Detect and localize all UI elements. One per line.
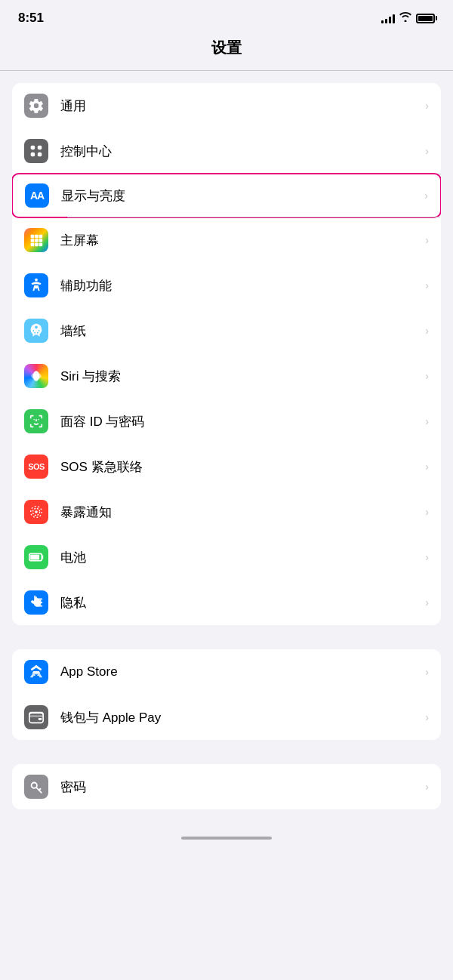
svg-rect-6 <box>39 235 43 239</box>
chevron-icon: › <box>425 100 429 112</box>
face-id-icon <box>24 409 48 433</box>
chevron-icon: › <box>425 551 429 563</box>
settings-item-app-store[interactable]: App Store › <box>12 649 441 695</box>
home-indicator <box>0 821 453 855</box>
settings-item-privacy[interactable]: 隐私 › <box>12 580 441 625</box>
chevron-icon: › <box>425 325 429 337</box>
signal-icon <box>381 14 395 23</box>
settings-item-general[interactable]: 通用 › <box>12 83 441 128</box>
settings-item-passwords[interactable]: 密码 › <box>12 764 441 809</box>
sos-label: SOS 紧急联络 <box>60 458 419 476</box>
svg-rect-0 <box>31 146 35 150</box>
battery-label: 电池 <box>60 549 419 566</box>
svg-point-13 <box>35 279 38 282</box>
home-screen-icon <box>24 228 48 252</box>
gear-icon <box>24 94 48 118</box>
wallpaper-label: 墙纸 <box>60 322 419 340</box>
status-time: 8:51 <box>18 11 44 26</box>
chevron-icon: › <box>425 666 429 678</box>
svg-rect-12 <box>39 243 43 247</box>
settings-group-3: 密码 › <box>12 764 441 809</box>
sos-icon: SOS <box>24 455 48 479</box>
chevron-icon: › <box>425 781 429 793</box>
battery-settings-icon <box>24 545 48 569</box>
chevron-icon: › <box>425 145 429 157</box>
privacy-icon <box>24 590 48 615</box>
control-center-label: 控制中心 <box>60 143 419 160</box>
chevron-icon: › <box>425 370 429 382</box>
svg-rect-26 <box>39 718 42 720</box>
svg-rect-1 <box>38 146 42 150</box>
home-bar <box>181 837 272 840</box>
home-screen-label: 主屏幕 <box>60 232 419 249</box>
display-label: 显示与亮度 <box>61 187 418 205</box>
chevron-icon: › <box>425 415 429 427</box>
status-bar: 8:51 <box>0 0 453 32</box>
svg-rect-4 <box>31 235 35 239</box>
general-label: 通用 <box>60 97 419 115</box>
siri-label: Siri 与搜索 <box>60 368 419 385</box>
wallpaper-icon <box>24 319 48 343</box>
settings-group-2: App Store › 钱包与 Apple Pay › <box>12 649 441 740</box>
control-center-icon <box>24 139 48 163</box>
svg-rect-25 <box>29 715 43 717</box>
key-icon <box>24 775 48 799</box>
settings-item-control-center[interactable]: 控制中心 › <box>12 128 441 174</box>
settings-item-accessibility[interactable]: 辅助功能 › <box>12 263 441 308</box>
exposure-icon <box>24 500 48 524</box>
exposure-label: 暴露通知 <box>60 504 419 521</box>
battery-icon <box>416 14 435 23</box>
svg-rect-3 <box>38 153 42 157</box>
accessibility-label: 辅助功能 <box>60 277 419 294</box>
svg-rect-24 <box>29 713 43 723</box>
settings-item-home-screen[interactable]: 主屏幕 › <box>12 217 441 263</box>
wallet-icon <box>24 705 48 729</box>
wifi-icon <box>399 12 411 24</box>
settings-item-wallpaper[interactable]: 墙纸 › <box>12 308 441 353</box>
app-store-label: App Store <box>60 664 419 680</box>
app-store-icon <box>24 660 48 684</box>
svg-rect-5 <box>35 235 39 239</box>
settings-item-face-id[interactable]: 面容 ID 与密码 › <box>12 399 441 444</box>
svg-rect-11 <box>35 243 39 247</box>
chevron-icon: › <box>425 711 429 723</box>
wallet-label: 钱包与 Apple Pay <box>60 709 419 726</box>
settings-item-display[interactable]: AA 显示与亮度 › <box>12 173 441 218</box>
status-icons <box>381 12 435 24</box>
face-id-label: 面容 ID 与密码 <box>60 413 419 430</box>
svg-rect-7 <box>31 239 35 242</box>
settings-item-exposure[interactable]: 暴露通知 › <box>12 489 441 535</box>
svg-point-15 <box>31 373 41 379</box>
settings-item-sos[interactable]: SOS SOS 紧急联络 › <box>12 444 441 489</box>
chevron-icon: › <box>425 234 429 246</box>
top-divider <box>0 70 453 71</box>
page-title: 设置 <box>0 32 453 70</box>
passwords-label: 密码 <box>60 778 419 796</box>
svg-rect-20 <box>30 555 39 559</box>
settings-item-battery[interactable]: 电池 › <box>12 535 441 580</box>
svg-rect-8 <box>35 239 39 242</box>
settings-group-1: 通用 › 控制中心 › AA 显示与亮度 › <box>12 83 441 625</box>
chevron-icon: › <box>425 279 429 291</box>
chevron-icon: › <box>425 596 429 609</box>
svg-rect-10 <box>31 243 35 247</box>
chevron-icon: › <box>425 461 429 473</box>
privacy-label: 隐私 <box>60 594 419 612</box>
siri-icon <box>24 364 48 388</box>
svg-rect-2 <box>31 153 35 157</box>
svg-point-16 <box>35 510 38 513</box>
settings-item-siri[interactable]: Siri 与搜索 › <box>12 353 441 399</box>
settings-item-wallet[interactable]: 钱包与 Apple Pay › <box>12 695 441 740</box>
accessibility-icon <box>24 273 48 297</box>
display-icon: AA <box>25 183 49 208</box>
chevron-icon: › <box>425 506 429 518</box>
svg-rect-9 <box>39 239 43 242</box>
chevron-icon: › <box>424 190 428 202</box>
